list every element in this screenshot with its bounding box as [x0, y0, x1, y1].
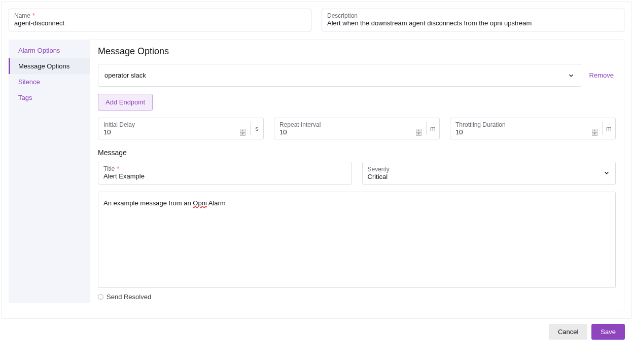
header-row: Name * agent-disconnect Description Aler…	[9, 9, 624, 31]
footer-actions: Cancel Save	[1, 319, 632, 340]
title-label: Title *	[103, 165, 346, 172]
initial-delay-value: 10	[103, 128, 111, 136]
sidebar-item-silence[interactable]: Silence	[9, 74, 90, 90]
section-title: Message Options	[98, 46, 616, 57]
endpoint-select[interactable]: operator slack	[98, 64, 581, 87]
page-container: Name * agent-disconnect Description Aler…	[1, 1, 632, 319]
chevron-down-icon	[603, 169, 610, 176]
name-label: Name *	[14, 12, 306, 19]
throttling-duration-value: 10	[455, 128, 463, 136]
spinner-control[interactable]: ▴▾	[240, 129, 246, 136]
message-body-text: Alarm	[207, 199, 226, 207]
title-field[interactable]: Title * Alert Example	[98, 162, 352, 185]
endpoint-row: operator slack Remove	[98, 64, 616, 87]
spinner-control[interactable]: ▴▾	[416, 129, 422, 136]
sidebar-item-tags[interactable]: Tags	[9, 90, 90, 105]
repeat-interval-unit: m	[426, 122, 439, 135]
main-panel: Message Options operator slack Remove Ad…	[90, 40, 624, 311]
repeat-interval-field[interactable]: Repeat Interval 10 ▴▾ m	[274, 118, 440, 139]
body-row: Alarm Options Message Options Silence Ta…	[9, 40, 624, 311]
chevron-down-icon	[568, 72, 575, 79]
message-section-label: Message	[98, 149, 616, 157]
message-body-text: An example message from an	[103, 199, 193, 207]
sidebar: Alarm Options Message Options Silence Ta…	[9, 40, 90, 303]
initial-delay-field[interactable]: Initial Delay 10 ▴▾ s	[98, 118, 264, 139]
cancel-button[interactable]: Cancel	[549, 324, 587, 340]
send-resolved-label: Send Resolved	[107, 293, 151, 301]
message-body-textarea[interactable]: An example message from an Opni Alarm	[98, 192, 616, 288]
throttling-duration-unit: m	[602, 122, 615, 135]
sidebar-item-message-options[interactable]: Message Options	[9, 58, 90, 74]
name-field[interactable]: Name * agent-disconnect	[9, 9, 311, 31]
throttling-duration-field[interactable]: Throttling Duration 10 ▴▾ m	[450, 118, 616, 139]
sidebar-item-alarm-options[interactable]: Alarm Options	[9, 43, 90, 58]
remove-endpoint-link[interactable]: Remove	[589, 71, 616, 79]
repeat-interval-value: 10	[279, 128, 287, 136]
severity-label: Severity	[368, 166, 390, 173]
initial-delay-unit: s	[250, 122, 263, 135]
send-resolved-option[interactable]: Send Resolved	[98, 293, 616, 301]
message-header-row: Title * Alert Example Severity Critical	[98, 162, 616, 185]
severity-select[interactable]: Severity Critical	[362, 162, 616, 185]
spinner-control[interactable]: ▴▾	[592, 129, 598, 136]
timing-row: Initial Delay 10 ▴▾ s Repeat Interval 10…	[98, 118, 616, 139]
throttling-duration-label: Throttling Duration	[455, 121, 598, 128]
description-field[interactable]: Description Alert when the downstream ag…	[322, 9, 624, 31]
add-endpoint-button[interactable]: Add Endpoint	[98, 94, 153, 111]
endpoint-value: operator slack	[104, 71, 146, 79]
repeat-interval-label: Repeat Interval	[279, 121, 422, 128]
title-value: Alert Example	[103, 172, 346, 180]
initial-delay-label: Initial Delay	[103, 121, 246, 128]
name-value: agent-disconnect	[14, 19, 306, 27]
severity-value: Critical	[368, 173, 390, 180]
message-body-spell: Opni	[193, 199, 206, 207]
description-value: Alert when the downstream agent disconne…	[327, 19, 619, 27]
radio-icon	[98, 294, 103, 300]
save-button[interactable]: Save	[591, 324, 625, 340]
description-label: Description	[327, 12, 619, 19]
